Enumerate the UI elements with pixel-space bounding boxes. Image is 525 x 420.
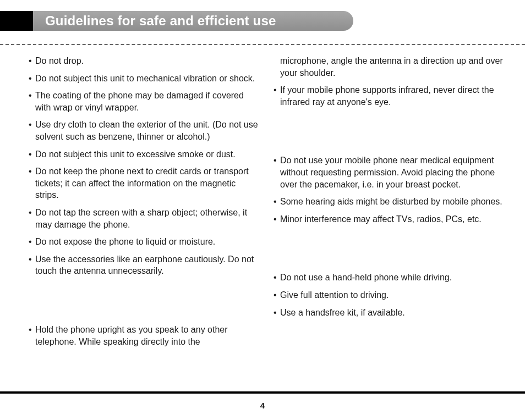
continuation-text: microphone, angle the antenna in a direc… — [274, 55, 503, 79]
header-title-pill: Guidelines for safe and efficient use — [33, 11, 353, 31]
list-item: Some hearing aids might be disturbed by … — [274, 196, 503, 208]
list-item: Do not subject this unit to excessive sm… — [29, 148, 258, 161]
list-item: Minor interference may affect TVs, radio… — [274, 213, 503, 225]
list-item: Hold the phone upright as you speak to a… — [29, 324, 258, 347]
bullet-list: Do not use a hand-held phone while drivi… — [274, 272, 503, 318]
list-item: Do not tap the screen with a sharp objec… — [29, 207, 258, 230]
bullet-list: Do not use your mobile phone near medica… — [274, 154, 503, 225]
header-divider — [0, 44, 525, 45]
page-title: Guidelines for safe and efficient use — [45, 13, 276, 29]
right-column: microphone, angle the antenna in a direc… — [274, 55, 503, 376]
list-item: Use the accessories like an earphone cau… — [29, 253, 258, 277]
document-page: Guidelines for safe and efficient use Do… — [0, 0, 525, 420]
header-bar: Guidelines for safe and efficient use — [0, 11, 380, 31]
list-item: Use dry cloth to clean the exterior of t… — [29, 119, 258, 142]
list-item: Do not use a hand-held phone while drivi… — [274, 272, 503, 284]
page-number: 4 — [0, 401, 525, 410]
list-item: Do not drop. — [29, 55, 258, 67]
body-columns: Do not drop. Do not subject this unit to… — [29, 55, 503, 376]
left-column: Do not drop. Do not subject this unit to… — [29, 55, 258, 376]
footer-rule — [0, 391, 525, 394]
list-item: If your mobile phone supports infrared, … — [274, 84, 503, 108]
section-spacer — [274, 113, 503, 154]
list-item: Do not subject this unit to mechanical v… — [29, 73, 258, 85]
list-item: Do not expose the phone to liquid or moi… — [29, 236, 258, 248]
bullet-list: Do not drop. Do not subject this unit to… — [29, 55, 258, 277]
list-item: Use a handsfree kit, if available. — [274, 307, 503, 319]
list-item: Do not use your mobile phone near medica… — [274, 154, 503, 190]
header-accent-block — [0, 11, 33, 31]
bullet-list: Hold the phone upright as you speak to a… — [29, 324, 258, 347]
list-item: Give full attention to driving. — [274, 289, 503, 301]
section-spacer — [274, 230, 503, 272]
section-spacer — [29, 283, 258, 324]
list-item: Do not keep the phone next to credit car… — [29, 165, 258, 201]
bullet-list: If your mobile phone supports infrared, … — [274, 84, 503, 108]
list-item: The coating of the phone may be damaged … — [29, 90, 258, 113]
